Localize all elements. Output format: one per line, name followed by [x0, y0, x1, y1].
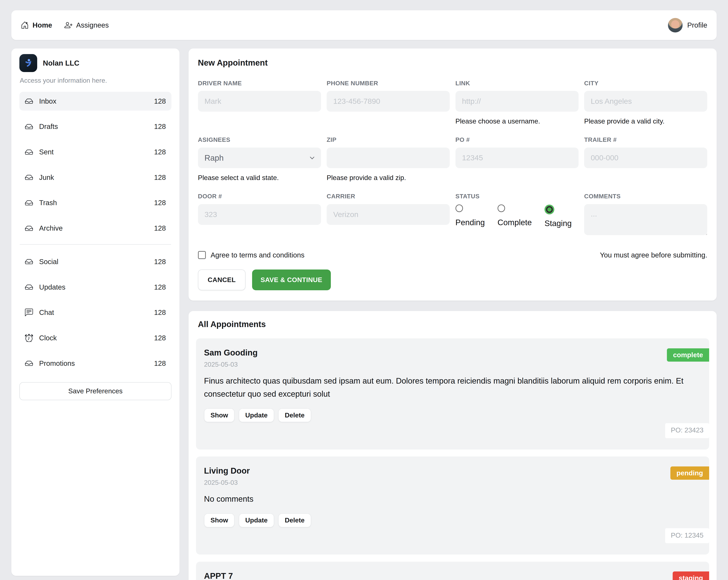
status-badge: complete — [667, 348, 709, 362]
profile-menu[interactable]: Profile — [668, 18, 707, 33]
zip-input[interactable] — [327, 147, 450, 168]
sidebar-item-count: 128 — [154, 283, 166, 291]
po-number-input[interactable] — [456, 147, 578, 168]
sidebar-item-inbox[interactable]: Inbox 128 — [19, 92, 172, 111]
appointment-title: APPT 7 — [204, 571, 608, 580]
radio-icon[interactable] — [546, 206, 553, 213]
field-link: LINK Please choose a username. — [456, 80, 578, 125]
door-number-input[interactable] — [198, 204, 321, 225]
appointment-actions: ShowUpdateDelete — [204, 408, 709, 422]
appointment-title: Sam Gooding — [204, 348, 608, 357]
field-po-number: PO # — [456, 136, 578, 168]
field-carrier: CARRIER — [327, 193, 450, 225]
comments-label: COMMENTS — [584, 193, 707, 200]
delete-button[interactable]: Delete — [278, 514, 311, 527]
phone-number-input[interactable] — [327, 91, 450, 112]
inbox-icon — [25, 173, 33, 182]
status-badge: staging — [673, 572, 709, 580]
sidebar-item-junk[interactable]: Junk 128 — [19, 168, 172, 187]
sidebar-list: Inbox 128 Drafts 128 Sent 128 Junk 128 T… — [19, 92, 172, 373]
sidebar-item-social[interactable]: Social 128 — [19, 252, 172, 271]
inbox-icon — [25, 97, 33, 105]
po-number-box: PO: 12345 — [665, 528, 709, 543]
inbox-icon — [25, 199, 33, 207]
org-logo-icon — [19, 54, 37, 72]
radio-icon[interactable] — [498, 204, 505, 212]
comments-textarea[interactable] — [584, 204, 707, 235]
status-option-staging[interactable]: Staging — [545, 204, 572, 228]
inbox-icon — [25, 224, 33, 232]
link-helper-text: Please choose a username. — [456, 117, 578, 125]
sidebar-item-label: Promotions — [39, 359, 148, 367]
door-number-label: DOOR # — [198, 193, 321, 200]
sidebar-tagline: Access your information here. — [20, 77, 171, 84]
show-button[interactable]: Show — [204, 514, 235, 527]
asignees-select[interactable]: Raph — [198, 147, 321, 168]
driver-name-label: DRIVER NAME — [198, 80, 321, 87]
sidebar-divider — [20, 244, 171, 245]
city-helper-text: Please provide a valid city. — [584, 117, 707, 125]
carrier-input[interactable] — [327, 204, 450, 225]
agree-warning-text: You must agree before submitting. — [600, 251, 707, 259]
person-plus-icon — [64, 21, 73, 29]
status-badge: pending — [670, 466, 709, 480]
form-title: New Appointment — [198, 58, 707, 67]
appointment-title: Living Door — [204, 466, 608, 475]
sidebar-item-label: Junk — [39, 173, 148, 182]
sidebar-item-count: 128 — [154, 258, 166, 266]
appointment-comments: No comments — [204, 492, 709, 505]
nav-assignees-link[interactable]: Assignees — [64, 21, 109, 29]
save-preferences-button[interactable]: Save Preferences — [19, 382, 172, 400]
sidebar-item-label: Trash — [39, 199, 148, 207]
sidebar-item-count: 128 — [154, 148, 166, 156]
sidebar-item-updates[interactable]: Updates 128 — [19, 278, 172, 297]
clock-icon — [25, 334, 33, 342]
nav-assignees-label: Assignees — [76, 21, 109, 29]
appointment-actions: ShowUpdateDelete — [204, 514, 709, 527]
field-city: CITY Please provide a valid city. — [584, 80, 707, 125]
chevron-down-icon — [309, 155, 315, 161]
carrier-label: CARRIER — [327, 193, 450, 200]
sidebar-item-trash[interactable]: Trash 128 — [19, 193, 172, 212]
inbox-icon — [25, 122, 33, 131]
status-label: STATUS — [456, 193, 578, 200]
show-button[interactable]: Show — [204, 408, 235, 422]
radio-icon[interactable] — [456, 204, 463, 212]
sidebar-item-label: Drafts — [39, 122, 148, 131]
sidebar-item-count: 128 — [154, 97, 166, 105]
appointment-card: pending Living Door 2025-05-03 No commen… — [196, 457, 709, 555]
trailer-number-input[interactable] — [584, 147, 707, 168]
link-input[interactable] — [456, 91, 578, 112]
nav-home-link[interactable]: Home — [21, 21, 52, 29]
inbox-icon — [25, 359, 33, 367]
asignees-label: ASIGNEES — [198, 136, 321, 143]
delete-button[interactable]: Delete — [278, 408, 311, 422]
sidebar-item-archive[interactable]: Archive 128 — [19, 219, 172, 238]
link-label: LINK — [456, 80, 578, 87]
appointments-list: complete Sam Gooding 2025-05-03 Finus ar… — [196, 338, 709, 580]
sidebar-item-drafts[interactable]: Drafts 128 — [19, 117, 172, 136]
sidebar-item-sent[interactable]: Sent 128 — [19, 143, 172, 162]
status-option-pending[interactable]: Pending — [456, 204, 485, 228]
sidebar-item-clock[interactable]: Clock 128 — [19, 329, 172, 348]
appointment-card: complete Sam Gooding 2025-05-03 Finus ar… — [196, 338, 709, 449]
phone-number-label: PHONE NUMBER — [327, 80, 450, 87]
all-appointments-panel: All Appointments complete Sam Gooding 20… — [188, 311, 717, 580]
save-continue-button[interactable]: SAVE & CONTINUE — [252, 270, 331, 290]
status-option-complete[interactable]: Complete — [498, 204, 532, 228]
field-asignees: ASIGNEES Raph Please select a valid stat… — [198, 136, 321, 182]
agree-terms-control[interactable]: Agree to terms and conditions — [198, 251, 600, 259]
sidebar-item-label: Clock — [39, 334, 148, 342]
sidebar-item-promotions[interactable]: Promotions 128 — [19, 354, 172, 373]
driver-name-input[interactable] — [198, 91, 321, 112]
city-input[interactable] — [584, 91, 707, 112]
agree-terms-checkbox[interactable] — [198, 251, 206, 259]
cancel-button[interactable]: CANCEL — [198, 270, 245, 290]
sidebar-item-chat[interactable]: Chat 128 — [19, 303, 172, 322]
agree-terms-label: Agree to terms and conditions — [211, 251, 305, 259]
update-button[interactable]: Update — [239, 514, 274, 527]
field-phone-number: PHONE NUMBER — [327, 80, 450, 112]
field-status: STATUS Pending Complete Staging — [456, 193, 578, 228]
update-button[interactable]: Update — [239, 408, 274, 422]
sidebar: Nolan LLC Access your information here. … — [11, 49, 180, 576]
